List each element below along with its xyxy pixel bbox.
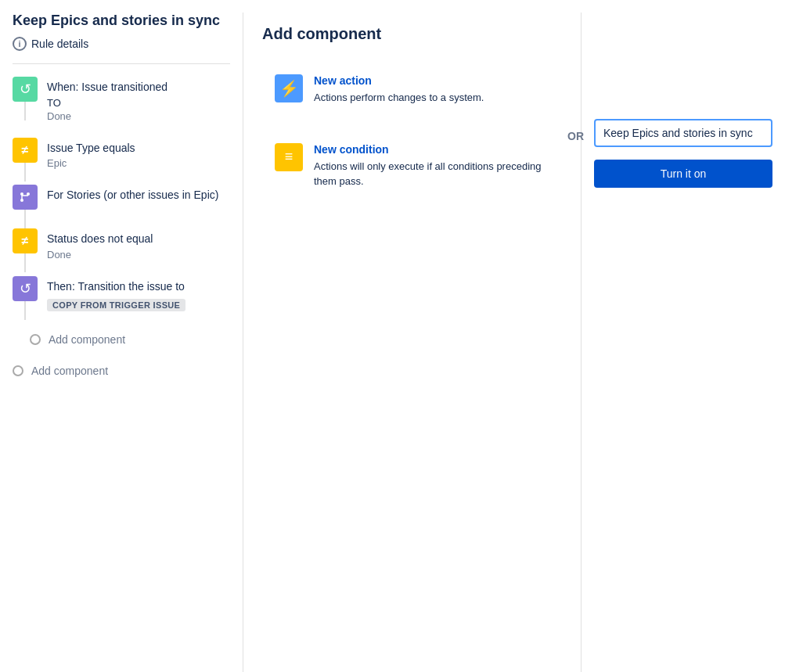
sidebar: Keep Epics and stories in sync i Rule de… [0,13,243,672]
turn-it-on-button[interactable]: Turn it on [594,160,772,188]
action-card-text: New action Actions perform changes to a … [314,74,484,106]
branch-title: For Stories (or other issues in Epic) [47,188,230,203]
condition-card-desc: Actions will only execute if all conditi… [314,159,549,189]
connector-branch [13,185,38,228]
condition1-value: Epic [47,157,230,169]
action-card-title: New action [314,74,484,87]
action-card-icon: ⚡ [275,74,303,102]
condition-card-icon: ≡ [275,143,303,171]
branch-content: For Stories (or other issues in Epic) [47,185,230,219]
rule-details-label: Rule details [31,38,88,50]
workflow-item-action[interactable]: ↺ Then: Transition the issue to COPY FRO… [13,276,230,328]
add-component-bottom-label: Add component [31,365,108,377]
page-title: Keep Epics and stories in sync [13,13,230,29]
condition1-title: Issue Type equals [47,141,230,156]
add-component-bottom[interactable]: Add component [13,361,230,380]
condition1-content: Issue Type equals Epic [47,138,230,185]
add-component-inner-circle [30,334,41,345]
add-component-inner-label: Add component [49,333,125,346]
action-title: Then: Transition the issue to [47,279,230,295]
workflow-item-condition1[interactable]: ≠ Issue Type equals Epic [13,138,230,185]
main-content: Add component ⚡ New action Actions perfo… [243,13,581,672]
condition1-icon: ≠ [13,138,38,163]
action-card-desc: Actions perform changes to a system. [314,90,484,106]
workflow-list: ↺ When: Issue transitioned TO Done ≠ [13,77,230,349]
connector-trigger: ↺ [13,77,38,120]
workflow-item-branch[interactable]: For Stories (or other issues in Epic) [13,185,230,228]
connector-condition1: ≠ [13,138,38,181]
copy-badge: COPY FROM TRIGGER ISSUE [47,299,185,311]
workflow-item-condition2[interactable]: ≠ Status does not equal Done [13,228,230,276]
new-action-card[interactable]: ⚡ New action Actions perform changes to … [262,62,562,118]
add-component-bottom-circle [13,365,23,376]
rule-details-row[interactable]: i Rule details [13,37,230,64]
connector-action: ↺ [13,276,38,320]
condition-card-title: New condition [314,143,549,156]
condition-card-text: New condition Actions will only execute … [314,143,549,189]
rule-name-input[interactable] [594,119,772,147]
workflow-item-trigger[interactable]: ↺ When: Issue transitioned TO Done [13,77,230,138]
connector-line-1 [24,102,26,120]
connector-condition2: ≠ [13,228,38,272]
branch-icon [13,185,38,210]
condition2-value: Done [47,249,230,261]
trigger-to-value: Done [47,110,230,122]
action-content: Then: Transition the issue to COPY FROM … [47,276,230,328]
connector-line-3 [24,210,26,228]
connector-line-4 [24,253,26,272]
or-label: OR [567,130,584,142]
trigger-icon: ↺ [13,77,38,102]
main-title: Add component [262,25,562,43]
add-component-inner[interactable]: Add component [30,330,230,349]
new-condition-card[interactable]: ≡ New condition Actions will only execut… [262,131,562,202]
connector-line-2 [24,163,26,181]
trigger-to-label: TO [47,97,230,109]
condition2-title: Status does not equal [47,232,230,247]
info-icon: i [13,37,27,51]
condition2-icon: ≠ [13,228,38,253]
condition2-content: Status does not equal Done [47,228,230,276]
connector-line-5 [24,301,26,320]
action-icon: ↺ [13,276,38,301]
right-panel: OR Turn it on [582,13,785,672]
trigger-title: When: Issue transitioned [47,80,230,95]
trigger-content: When: Issue transitioned TO Done [47,77,230,138]
